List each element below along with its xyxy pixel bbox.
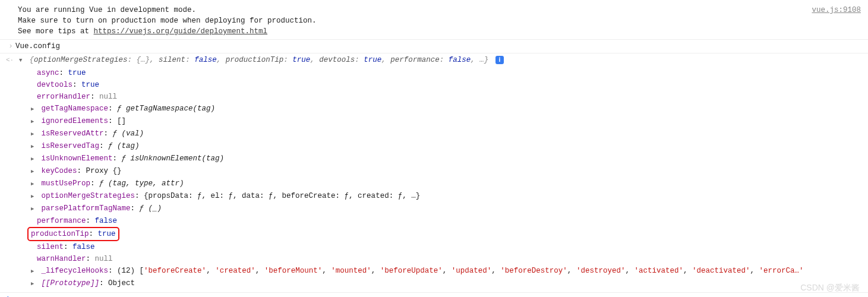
- prop-productionTip[interactable]: productionTip: true: [0, 227, 868, 241]
- expand-toggle-icon[interactable]: [19, 55, 25, 66]
- prop-isReservedTag[interactable]: isReservedTag: ƒ (tag): [0, 140, 868, 153]
- output-row: <· {optionMergeStrategies: {…}, silent: …: [0, 53, 868, 67]
- output-arrow-icon: <·: [6, 55, 14, 65]
- deployment-link[interactable]: https://vuejs.org/guide/deployment.html: [94, 27, 268, 36]
- warn-line-1: You are running Vue in development mode.: [18, 5, 863, 15]
- prop-warnHandler[interactable]: warnHandler: null: [0, 253, 868, 265]
- prop-isUnknownElement[interactable]: isUnknownElement: ƒ isUnknownElement(tag…: [0, 153, 868, 165]
- prop-lifecycleHooks[interactable]: _lifecycleHooks: (12) ['beforeCreate', '…: [0, 265, 868, 277]
- prop-keyCodes[interactable]: keyCodes: Proxy {}: [0, 165, 868, 178]
- prop-ignoredElements[interactable]: ignoredElements: []: [0, 115, 868, 128]
- prop-silent[interactable]: silent: false: [0, 241, 868, 253]
- input-expression[interactable]: Vue.config: [15, 41, 863, 52]
- console-pane: vue.js:9108 You are running Vue in devel…: [0, 0, 868, 297]
- source-link[interactable]: vue.js:9108: [812, 5, 861, 15]
- warn-line-3: See more tips at https://vuejs.org/guide…: [18, 26, 863, 37]
- input-prompt[interactable]: ›: [0, 293, 868, 297]
- prop-mustUseProp[interactable]: mustUseProp: ƒ (tag, type, attr): [0, 178, 868, 190]
- prop-getTagNamespace[interactable]: getTagNamespace: ƒ getTagNamespace(tag): [0, 103, 868, 115]
- prop-parsePlatformTagName[interactable]: parsePlatformTagName: ƒ (_): [0, 203, 868, 215]
- object-preview[interactable]: {optionMergeStrategies: {…}, silent: fal…: [19, 55, 863, 66]
- warn-line-2: Make sure to turn on production mode whe…: [18, 15, 863, 26]
- input-chevron-icon: ›: [6, 41, 15, 52]
- prop-performance[interactable]: performance: false: [0, 215, 868, 227]
- prop-prototype[interactable]: [[Prototype]]: Object: [0, 277, 868, 293]
- prop-errorHandler[interactable]: errorHandler: null: [0, 91, 868, 103]
- input-row: › Vue.config: [0, 40, 868, 53]
- prop-optionMergeStrategies[interactable]: optionMergeStrategies: {propsData: ƒ, el…: [0, 190, 868, 203]
- prop-devtools[interactable]: devtools: true: [0, 79, 868, 91]
- warning-message: vue.js:9108 You are running Vue in devel…: [0, 2, 868, 40]
- highlight-box: productionTip: true: [27, 227, 119, 241]
- info-icon[interactable]: i: [495, 56, 504, 64]
- prop-isReservedAttr[interactable]: isReservedAttr: ƒ (val): [0, 128, 868, 140]
- prop-async[interactable]: async: true: [0, 67, 868, 79]
